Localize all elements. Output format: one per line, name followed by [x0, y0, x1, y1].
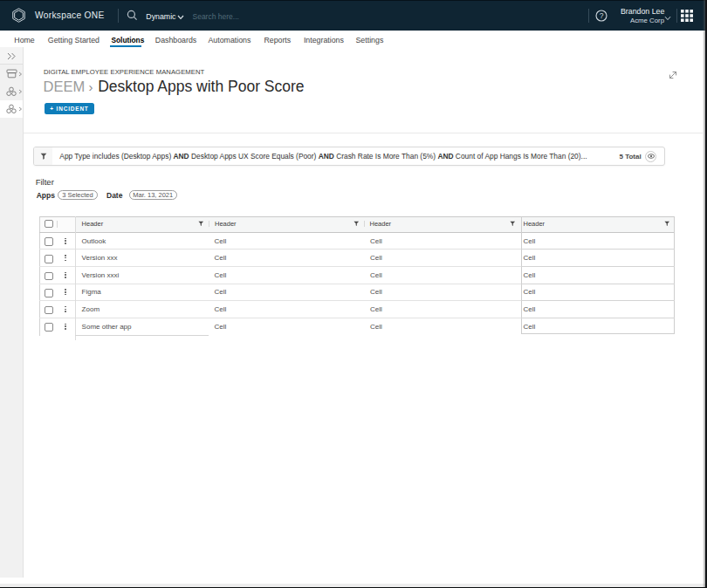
- svg-text:?: ?: [599, 11, 603, 20]
